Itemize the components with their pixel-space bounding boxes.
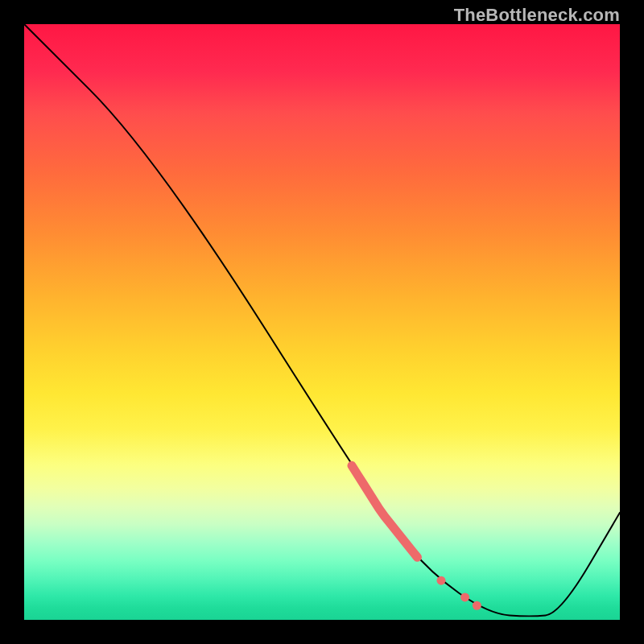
highlight-segment xyxy=(352,465,417,557)
highlight-dot xyxy=(437,576,446,585)
chart-svg xyxy=(24,24,620,620)
highlight-dot xyxy=(460,592,469,601)
highlight-dot xyxy=(473,601,481,610)
watermark-text: TheBottleneck.com xyxy=(454,5,620,26)
plot-area xyxy=(24,24,620,620)
bottleneck-curve xyxy=(24,24,620,616)
